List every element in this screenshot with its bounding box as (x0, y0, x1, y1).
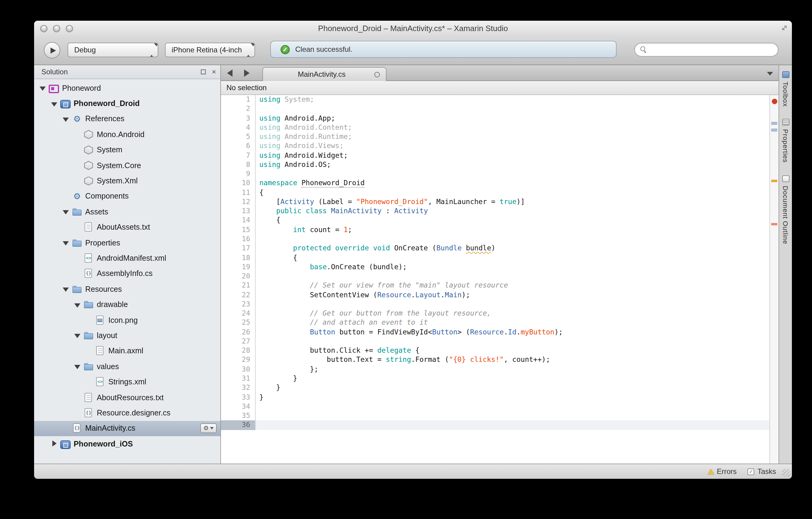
tree-item-properties[interactable]: Properties (34, 235, 220, 251)
overview-mark[interactable] (771, 129, 777, 132)
disclosure-open-icon[interactable] (74, 332, 82, 339)
code-line[interactable]: 28 button.Click += delegate { (221, 346, 770, 355)
disclosure-open-icon[interactable] (62, 115, 70, 123)
pad-tab-toolbox[interactable]: Toolbox (782, 71, 789, 107)
code-line[interactable]: 35 (221, 411, 770, 420)
title-bar[interactable]: Phoneword_Droid – MainActivity.cs* – Xam… (34, 21, 792, 36)
overview-mark[interactable] (771, 122, 777, 125)
code-line[interactable]: 5using Android.Runtime; (221, 132, 770, 142)
code-line[interactable]: 6using Android.Views; (221, 142, 770, 151)
code-line[interactable]: 36 (221, 420, 770, 430)
code-line[interactable]: 23 (221, 300, 770, 309)
configuration-selector[interactable]: Debug (67, 43, 158, 57)
tree-item-resource-designer-cs[interactable]: {}Resource.designer.cs (34, 405, 220, 420)
code-line[interactable]: 29 button.Text = string.Format ("{0} cli… (221, 355, 770, 365)
code-line[interactable]: 4using Android.Content; (221, 123, 770, 133)
disclosure-open-icon[interactable] (39, 84, 47, 92)
unsaved-indicator-icon[interactable] (374, 72, 380, 77)
errors-button[interactable]: Errors (707, 467, 736, 476)
code-line[interactable]: 34 (221, 402, 770, 411)
code-line[interactable]: 21 // Set our view from the "main" layou… (221, 281, 770, 291)
code-line[interactable]: 12 [Activity (Label = "Phoneword_Droid",… (221, 197, 770, 207)
code-line[interactable]: 13 public class MainActivity : Activity (221, 207, 770, 216)
overview-mark[interactable] (771, 180, 777, 182)
tree-item-mainactivity-cs[interactable]: {}MainActivity.cs⚙ (34, 420, 220, 436)
tasks-button[interactable]: ✓ Tasks (748, 467, 776, 476)
disclosure-closed-icon[interactable] (51, 440, 58, 448)
pad-tab-document-outline[interactable]: Document Outline (782, 175, 789, 244)
code-line[interactable]: 18 { (221, 253, 770, 263)
code-line[interactable]: 16 (221, 235, 770, 244)
code-token: , MainLauncher = (428, 197, 499, 206)
disclosure-open-icon[interactable] (74, 301, 82, 308)
code-token: .OnCreate (bundle); (327, 263, 407, 271)
tab-mainactivity-cs[interactable]: MainActivity.cs (262, 67, 386, 81)
tree-item-system[interactable]: System (34, 142, 220, 158)
tree-item-main-axml[interactable]: Main.axml (34, 343, 220, 359)
tree-item-icon-png[interactable]: Icon.png (34, 312, 220, 328)
code-line[interactable]: 8using Android.OS; (221, 160, 770, 170)
tree-item-layout[interactable]: layout (34, 328, 220, 344)
pad-tab-properties[interactable]: Properties (782, 119, 789, 163)
code-line[interactable]: 9 (221, 169, 770, 179)
overview-mark[interactable] (771, 223, 777, 225)
code-line[interactable]: 24 // Get our button from the layout res… (221, 309, 770, 318)
search-input[interactable] (634, 43, 779, 57)
code-line[interactable]: 17 protected override void OnCreate (Bun… (221, 244, 770, 253)
code-line[interactable]: 15 int count = 1; (221, 225, 770, 235)
tree-item-references[interactable]: ⚙References (34, 111, 220, 127)
tree-item-mono-android[interactable]: Mono.Android (34, 127, 220, 142)
code-line[interactable]: 22 SetContentView (Resource.Layout.Main)… (221, 290, 770, 300)
code-line[interactable]: 20 (221, 272, 770, 281)
device-selector[interactable]: iPhone Retina (4-inch (165, 43, 255, 57)
tree-item-system-core[interactable]: System.Core (34, 158, 220, 173)
navigate-forward-icon[interactable] (244, 70, 250, 77)
code-token: Button (432, 327, 458, 336)
tree-item-phoneword-ios[interactable]: Phoneword_iOS (34, 436, 220, 452)
resize-grip[interactable] (782, 469, 790, 477)
disclosure-open-icon[interactable] (62, 208, 70, 216)
tree-item-resources[interactable]: Resources (34, 281, 220, 297)
code-line[interactable]: 11{ (221, 188, 770, 197)
tree-item-strings-xml[interactable]: <>Strings.xml (34, 374, 220, 390)
tree-item-phoneword[interactable]: Phoneword (34, 80, 220, 96)
tree-item-values[interactable]: values (34, 359, 220, 374)
disclosure-open-icon[interactable] (62, 285, 70, 293)
code-line[interactable]: 26 Button button = FindViewById<Button> … (221, 327, 770, 337)
tree-item-components[interactable]: ⚙Components (34, 189, 220, 204)
code-line[interactable]: 19 base.OnCreate (bundle); (221, 263, 770, 272)
code-line[interactable]: 14 { (221, 216, 770, 225)
disclosure-open-icon[interactable] (62, 239, 70, 247)
disclosure-open-icon[interactable] (74, 362, 82, 371)
tree-item-phoneword-droid[interactable]: Phoneword_Droid (34, 96, 220, 111)
code-line[interactable]: 27 (221, 337, 770, 346)
code-line[interactable]: 10namespace Phoneword_Droid (221, 179, 770, 188)
code-line[interactable]: 3using Android.App; (221, 114, 770, 123)
tree-item-drawable[interactable]: drawable (34, 297, 220, 312)
tree-item-androidmanifest-xml[interactable]: <>AndroidManifest.xml (34, 251, 220, 266)
code-line[interactable]: 32 } (221, 383, 770, 392)
tree-item-aboutassets-txt[interactable]: AboutAssets.txt (34, 220, 220, 235)
code-line[interactable]: 33} (221, 392, 770, 402)
overview-ruler[interactable] (770, 95, 779, 464)
overview-mark[interactable] (772, 99, 777, 104)
code-token: using (259, 114, 280, 122)
code-line[interactable]: 31 } (221, 374, 770, 383)
close-pad-icon[interactable]: × (212, 67, 216, 77)
tree-item-system-xml[interactable]: System.Xml (34, 173, 220, 189)
code-line[interactable]: 1using System; (221, 95, 770, 105)
code-line[interactable]: 30 }; (221, 364, 770, 374)
navigate-back-icon[interactable] (227, 70, 233, 77)
code-lines[interactable]: 1using System;23using Android.App;4using… (221, 95, 770, 464)
code-line[interactable]: 7using Android.Widget; (221, 151, 770, 160)
tree-item-assets[interactable]: Assets (34, 204, 220, 220)
disclosure-open-icon[interactable] (51, 100, 58, 108)
run-button[interactable] (44, 42, 60, 58)
code-line[interactable]: 2 (221, 105, 770, 114)
item-options-button[interactable]: ⚙ (200, 424, 217, 433)
code-line[interactable]: 25 // and attach an event to it (221, 318, 770, 328)
tab-list-dropdown-icon[interactable] (767, 72, 773, 76)
dock-pad-icon[interactable] (201, 70, 206, 74)
tree-item-assemblyinfo-cs[interactable]: {}AssemblyInfo.cs (34, 266, 220, 281)
tree-item-aboutresources-txt[interactable]: AboutResources.txt (34, 390, 220, 405)
